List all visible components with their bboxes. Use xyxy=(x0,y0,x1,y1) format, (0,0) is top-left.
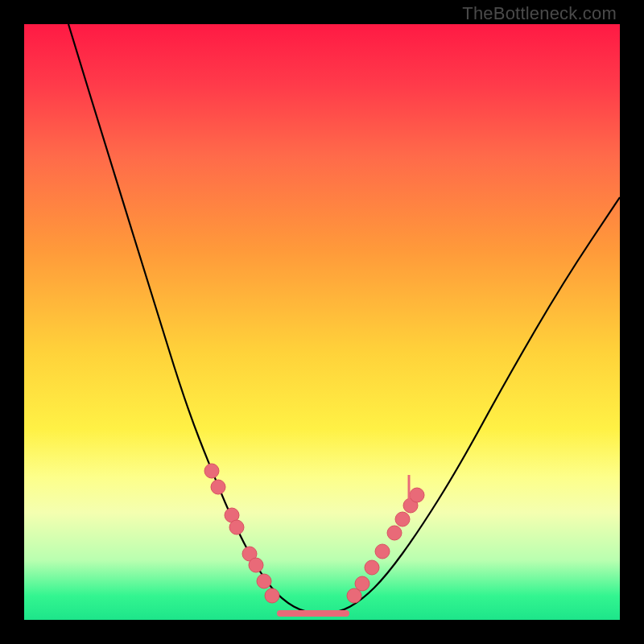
bottleneck-plot xyxy=(24,24,620,620)
dot-left-6 xyxy=(257,574,271,588)
dots-left-group xyxy=(204,464,279,603)
gradient-plot-area xyxy=(24,24,620,620)
dot-left-3 xyxy=(229,520,244,535)
dot-right-4 xyxy=(387,526,402,540)
dot-right-5 xyxy=(395,512,410,526)
dot-left-0 xyxy=(204,464,219,478)
dots-right-group xyxy=(347,488,424,603)
dot-right-1 xyxy=(355,576,369,591)
dot-right-7 xyxy=(410,488,424,502)
dot-left-7 xyxy=(265,588,279,603)
dot-right-2 xyxy=(365,560,379,575)
dot-left-5 xyxy=(249,558,263,572)
bottleneck-curve xyxy=(68,24,620,613)
watermark-text: TheBottleneck.com xyxy=(462,3,617,24)
dot-right-3 xyxy=(375,544,390,559)
dot-left-1 xyxy=(211,480,225,494)
